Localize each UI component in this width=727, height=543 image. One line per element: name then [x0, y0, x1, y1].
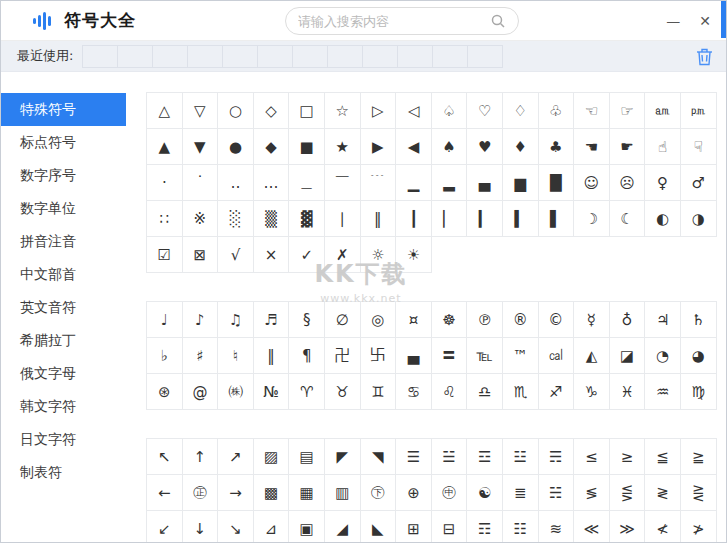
- symbol-cell[interactable]: ┃: [395, 200, 432, 237]
- symbol-cell[interactable]: ☰: [395, 438, 432, 475]
- symbol-cell[interactable]: ℡: [466, 337, 503, 374]
- symbol-cell[interactable]: ♀: [644, 164, 681, 201]
- symbol-cell[interactable]: ▨: [253, 438, 290, 475]
- search-icon[interactable]: [490, 13, 506, 29]
- symbol-cell[interactable]: ♁: [609, 301, 646, 338]
- symbol-cell[interactable]: ≷: [644, 474, 681, 511]
- symbol-cell[interactable]: ☀: [395, 236, 432, 273]
- symbol-cell[interactable]: ≶: [573, 474, 610, 511]
- symbol-cell[interactable]: ®: [502, 301, 539, 338]
- minimize-button[interactable]: —: [663, 12, 683, 30]
- symbol-cell[interactable]: ￣: [324, 164, 361, 201]
- sidebar-item-制表符[interactable]: 制表符: [1, 456, 126, 489]
- symbol-cell[interactable]: ♩: [146, 301, 183, 338]
- symbol-cell[interactable]: ※: [182, 200, 219, 237]
- symbol-cell[interactable]: →: [217, 474, 254, 511]
- symbol-cell[interactable]: ▌: [538, 200, 575, 237]
- symbol-cell[interactable]: █: [538, 164, 575, 201]
- symbol-cell[interactable]: ㏘: [680, 92, 717, 129]
- symbol-cell[interactable]: ◆: [253, 128, 290, 165]
- symbol-cell[interactable]: ™: [502, 337, 539, 374]
- symbol-cell[interactable]: ◢: [324, 510, 361, 543]
- symbol-cell[interactable]: ㎈: [538, 337, 575, 374]
- symbol-cell[interactable]: ◎: [360, 301, 397, 338]
- symbol-cell[interactable]: ♥: [466, 128, 503, 165]
- symbol-cell[interactable]: ◀: [395, 128, 432, 165]
- symbol-cell[interactable]: ‥: [217, 164, 254, 201]
- symbol-cell[interactable]: ♃: [644, 301, 681, 338]
- symbol-cell[interactable]: 卍: [324, 337, 361, 374]
- symbol-cell[interactable]: ☸: [431, 301, 468, 338]
- symbol-cell[interactable]: ☷: [502, 510, 539, 543]
- sidebar-item-数字序号[interactable]: 数字序号: [1, 159, 126, 192]
- symbol-cell[interactable]: ▍: [502, 200, 539, 237]
- symbol-cell[interactable]: ↘: [217, 510, 254, 543]
- symbol-cell[interactable]: ♫: [217, 301, 254, 338]
- symbol-cell[interactable]: ↖: [146, 438, 183, 475]
- symbol-cell[interactable]: ☯: [466, 474, 503, 511]
- symbol-cell[interactable]: ▏: [431, 200, 468, 237]
- symbol-cell[interactable]: ✗: [324, 236, 361, 273]
- symbol-cell[interactable]: ☳: [502, 438, 539, 475]
- symbol-cell[interactable]: ☴: [538, 438, 575, 475]
- symbol-cell[interactable]: ◇: [253, 92, 290, 129]
- symbol-cell[interactable]: ▷: [360, 92, 397, 129]
- symbol-cell[interactable]: □: [288, 92, 325, 129]
- symbol-cell[interactable]: ▶: [360, 128, 397, 165]
- symbol-cell[interactable]: ◑: [680, 200, 717, 237]
- symbol-cell[interactable]: ＿: [288, 164, 325, 201]
- symbol-cell[interactable]: ♦: [502, 128, 539, 165]
- symbol-cell[interactable]: ☲: [466, 438, 503, 475]
- symbol-cell[interactable]: ◤: [324, 438, 361, 475]
- symbol-cell[interactable]: ≥: [609, 438, 646, 475]
- symbol-cell[interactable]: ˙: [182, 164, 219, 201]
- symbol-cell[interactable]: ☵: [538, 474, 575, 511]
- symbol-cell[interactable]: ♈: [288, 373, 325, 410]
- symbol-cell[interactable]: ♪: [182, 301, 219, 338]
- symbol-cell[interactable]: △: [146, 92, 183, 129]
- sidebar-item-日文字符[interactable]: 日文字符: [1, 423, 126, 456]
- symbol-cell[interactable]: ░: [217, 200, 254, 237]
- sidebar-item-拼音注音[interactable]: 拼音注音: [1, 225, 126, 258]
- symbol-cell[interactable]: ¶: [288, 337, 325, 374]
- symbol-cell[interactable]: ≣: [502, 474, 539, 511]
- symbol-cell[interactable]: ◪: [609, 337, 646, 374]
- symbol-cell[interactable]: ☝: [644, 128, 681, 165]
- symbol-cell[interactable]: ▁: [395, 164, 432, 201]
- symbol-cell[interactable]: ★: [324, 128, 361, 165]
- symbol-cell[interactable]: ♋: [395, 373, 432, 410]
- sidebar-item-俄文字母[interactable]: 俄文字母: [1, 357, 126, 390]
- symbol-cell[interactable]: ↗: [217, 438, 254, 475]
- symbol-cell[interactable]: ⋚: [609, 474, 646, 511]
- symbol-cell[interactable]: ≪: [573, 510, 610, 543]
- symbol-cell[interactable]: ℗: [466, 301, 503, 338]
- symbol-cell[interactable]: ▩: [253, 474, 290, 511]
- close-button[interactable]: ✕: [696, 12, 714, 30]
- symbol-cell[interactable]: ◥: [360, 438, 397, 475]
- symbol-cell[interactable]: ◣: [360, 510, 397, 543]
- symbol-cell[interactable]: ▆: [502, 164, 539, 201]
- symbol-cell[interactable]: …: [253, 164, 290, 201]
- symbol-cell[interactable]: ≧: [680, 438, 717, 475]
- symbol-cell[interactable]: ☾: [609, 200, 646, 237]
- symbol-cell[interactable]: ▂: [431, 164, 468, 201]
- symbol-cell[interactable]: ♌: [431, 373, 468, 410]
- symbol-cell[interactable]: ▒: [253, 200, 290, 237]
- symbol-cell[interactable]: ♣: [538, 128, 575, 165]
- symbol-cell[interactable]: ⋛: [680, 474, 717, 511]
- symbol-cell[interactable]: ♏: [502, 373, 539, 410]
- symbol-cell[interactable]: ▣: [288, 510, 325, 543]
- symbol-cell[interactable]: ☱: [431, 438, 468, 475]
- symbol-cell[interactable]: ㊦: [360, 474, 397, 511]
- search-box[interactable]: [285, 7, 519, 35]
- sidebar-item-数字单位[interactable]: 数字单位: [1, 192, 126, 225]
- symbol-cell[interactable]: ≤: [573, 438, 610, 475]
- symbol-cell[interactable]: ☚: [573, 128, 610, 165]
- symbol-cell[interactable]: ‖: [360, 200, 397, 237]
- symbol-cell[interactable]: ☑: [146, 236, 183, 273]
- symbol-cell[interactable]: ♮: [217, 337, 254, 374]
- trash-icon[interactable]: [694, 47, 714, 67]
- symbol-cell[interactable]: ⊟: [431, 510, 468, 543]
- symbol-cell[interactable]: §: [288, 301, 325, 338]
- symbol-cell[interactable]: ≦: [644, 438, 681, 475]
